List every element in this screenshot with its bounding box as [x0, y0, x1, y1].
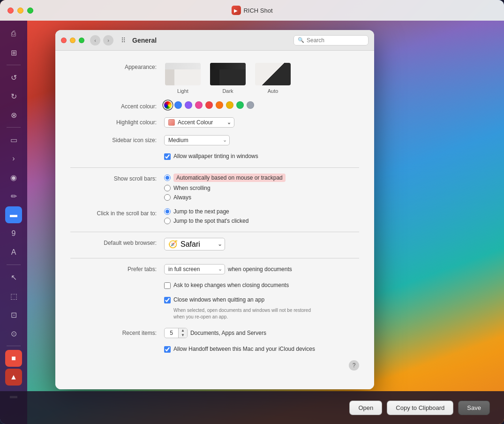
sidebar-icon-size-control: Small Medium Large	[164, 135, 359, 145]
prefs-titlebar: ‹ › ⠿ General 🔍	[55, 30, 374, 51]
red-rect-icon: ■	[11, 354, 16, 363]
click-scroll-jump-spot-label[interactable]: Jump to the spot that's clicked	[164, 218, 248, 224]
scroll-bars-auto-text: Automatically based on mouse or trackpad	[173, 174, 286, 182]
click-scroll-bar-label: Click in the scroll bar to:	[70, 208, 164, 217]
sidebar-item-image[interactable]: ⬚	[5, 288, 22, 304]
accent-dot-purple[interactable]	[185, 101, 192, 109]
prefs-grid-btn[interactable]: ⠿	[118, 35, 128, 45]
scroll-bars-auto-label[interactable]: Automatically based on mouse or trackpad	[164, 174, 286, 182]
accent-dot-yellow[interactable]	[226, 101, 233, 109]
appearance-thumb-auto[interactable]	[254, 62, 292, 86]
sidebar-item-close-circle[interactable]: ⊗	[5, 106, 22, 123]
sidebar-item-highlight[interactable]: ▬	[5, 206, 22, 223]
scroll-bars-always-label[interactable]: Always	[164, 194, 286, 201]
sidebar-item-selection[interactable]: ⊞	[5, 44, 22, 61]
sidebar-item-number[interactable]: 9	[5, 225, 22, 242]
click-scroll-jump-next-radio[interactable]	[164, 208, 171, 215]
ask-keep-changes-checkbox-label[interactable]: Ask to keep changes when closing documen…	[164, 282, 289, 289]
appearance-option-auto[interactable]: Auto	[254, 62, 292, 94]
prefs-search-box[interactable]: 🔍	[293, 35, 369, 45]
prefs-nav: ‹ › ⠿	[90, 35, 128, 45]
sidebar-item-arrow[interactable]: ›	[5, 150, 22, 167]
appearance-option-dark[interactable]: Dark	[209, 62, 247, 94]
allow-handoff-row: Allow Handoff between this Mac and your …	[70, 346, 359, 353]
accent-dot-orange[interactable]	[216, 101, 223, 109]
close-windows-checkbox-label[interactable]: Close windows when quitting an app	[164, 296, 264, 303]
allow-wallpaper-text: Allow wallpaper tinting in windows	[173, 153, 258, 159]
sidebar-divider-2	[7, 127, 21, 128]
save-button[interactable]: Save	[458, 401, 490, 415]
copy-to-clipboard-button[interactable]: Copy to Clipboard	[387, 401, 453, 415]
prefs-back-btn[interactable]: ‹	[90, 35, 100, 45]
sidebar-item-brush[interactable]: ◉	[5, 169, 22, 186]
sidebar-divider-1	[7, 65, 21, 65]
prefs-min-btn[interactable]	[70, 38, 75, 43]
sidebar-item-redo[interactable]: ↻	[5, 88, 22, 105]
recent-items-increment-btn[interactable]: ▲	[179, 328, 187, 333]
prefs-close-btn[interactable]	[61, 38, 67, 43]
allow-wallpaper-checkbox-label[interactable]: Allow wallpaper tinting in windows	[164, 153, 258, 160]
accent-dot-blue[interactable]	[174, 101, 182, 109]
prefer-tabs-select[interactable]: always in full screen manually	[164, 264, 225, 274]
prefs-max-btn[interactable]	[79, 38, 84, 43]
accent-dot-green[interactable]	[236, 101, 244, 109]
sidebar-item-cog[interactable]: ⊙	[5, 325, 22, 342]
sidebar-icon-size-select[interactable]: Small Medium Large	[164, 135, 230, 145]
appearance-row: Appearance: Light	[70, 62, 359, 94]
brush-icon: ◉	[10, 173, 17, 182]
search-icon: 🔍	[298, 37, 304, 43]
recent-items-value: 5	[165, 328, 179, 338]
accent-dot-red[interactable]	[205, 101, 213, 109]
click-scroll-jump-next-label[interactable]: Jump to the next page	[164, 208, 248, 215]
allow-handoff-checkbox[interactable]	[164, 346, 171, 353]
sidebar-item-screenshot[interactable]: ⎙	[5, 25, 22, 42]
maximize-button[interactable]	[27, 8, 33, 14]
open-button[interactable]: Open	[349, 401, 382, 415]
scroll-bars-auto-radio[interactable]	[164, 174, 171, 181]
close-windows-checkbox[interactable]	[164, 297, 171, 303]
default-browser-label: Default web browser:	[70, 238, 164, 246]
sidebar-item-red-rect[interactable]: ■	[5, 350, 22, 367]
sidebar-item-transform[interactable]: ⊡	[5, 306, 22, 323]
recent-items-decrement-btn[interactable]: ▼	[179, 333, 187, 338]
accent-dot-multicolor[interactable]	[164, 101, 172, 109]
sidebar-item-cursor[interactable]: ↖	[5, 269, 22, 286]
rectangle-icon: ▭	[10, 136, 17, 144]
allow-handoff-checkbox-label[interactable]: Allow Handoff between this Mac and your …	[164, 346, 315, 353]
prefer-tabs-row: Prefer tabs: always in full screen manua…	[70, 264, 359, 274]
appearance-thumb-light[interactable]	[164, 62, 202, 86]
allow-wallpaper-checkbox[interactable]	[164, 153, 171, 160]
sidebar-item-red-tri[interactable]: ▲	[5, 369, 22, 386]
prefs-forward-btn[interactable]: ›	[103, 35, 113, 45]
click-scroll-jump-spot-radio[interactable]	[164, 218, 171, 224]
scroll-bars-when-scrolling-label[interactable]: When scrolling	[164, 185, 286, 191]
minimize-button[interactable]	[17, 8, 23, 14]
accent-colour-label: Accent colour:	[70, 101, 164, 110]
accent-dot-graphite[interactable]	[247, 101, 254, 109]
scroll-bars-always-radio[interactable]	[164, 194, 171, 201]
click-scroll-bar-radio-group: Jump to the next page Jump to the spot t…	[164, 208, 248, 224]
prefer-tabs-label: Prefer tabs:	[70, 264, 164, 273]
scroll-bars-when-scrolling-radio[interactable]	[164, 185, 171, 191]
sidebar-item-undo[interactable]: ↺	[5, 69, 22, 86]
prefs-content: Appearance: Light	[55, 51, 374, 389]
allow-wallpaper-control: Allow wallpaper tinting in windows	[164, 153, 359, 160]
recent-items-stepper[interactable]: 5 ▲ ▼	[164, 328, 188, 338]
sidebar-item-rectangle[interactable]: ▭	[5, 131, 22, 148]
cog-icon: ⊙	[11, 329, 17, 338]
help-button[interactable]: ?	[349, 360, 359, 371]
appearance-option-light[interactable]: Light	[164, 62, 202, 94]
recent-items-label: Recent items:	[70, 328, 164, 336]
main-content-area: ‹ › ⠿ General 🔍 Appearance:	[27, 21, 504, 424]
recent-items-control: 5 ▲ ▼ Documents, Apps and Servers	[164, 328, 359, 338]
accent-dot-pink[interactable]	[195, 101, 203, 109]
action-bar: Open Copy to Clipboard Save	[0, 391, 504, 424]
search-input[interactable]	[307, 37, 364, 44]
close-button[interactable]	[8, 8, 14, 14]
default-browser-select[interactable]: 🧭 Safari ⌄	[164, 238, 225, 250]
ask-keep-changes-checkbox[interactable]	[164, 282, 171, 289]
sidebar-item-pencil[interactable]: ✏	[5, 188, 22, 204]
sidebar-item-text[interactable]: A	[5, 244, 22, 261]
highlight-colour-select[interactable]: Accent Colour ⌄	[164, 117, 234, 128]
appearance-thumb-dark[interactable]	[209, 62, 247, 86]
